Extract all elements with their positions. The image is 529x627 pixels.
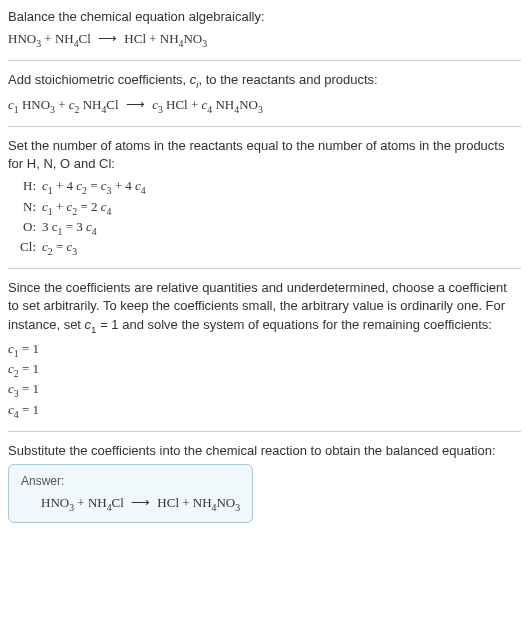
eq: = — [87, 178, 101, 193]
atom-row-h: H: c1 + 4 c2 = c3 + 4 c4 — [8, 177, 521, 197]
val: = 1 — [19, 381, 39, 396]
coef-row: c2 = 1 — [8, 360, 521, 380]
coefficient-equation: c1 HNO3 + c2 NH4Cl ⟶ c3 HCl + c4 NH4NO3 — [8, 96, 521, 116]
species: HCl + NH — [121, 31, 179, 46]
species: + NH — [74, 495, 107, 510]
subscript: 3 — [258, 103, 263, 114]
section-answer: Substitute the coefficients into the che… — [8, 442, 521, 523]
divider — [8, 268, 521, 269]
coef-row: c4 = 1 — [8, 401, 521, 421]
species: NO — [239, 97, 258, 112]
arrow-icon: ⟶ — [126, 96, 145, 114]
instruction-text: Set the number of atoms in the reactants… — [8, 137, 521, 173]
arrow-icon: ⟶ — [98, 30, 117, 48]
section-atom-balance: Set the number of atoms in the reactants… — [8, 137, 521, 258]
equation-body: c2 = c3 — [42, 238, 77, 258]
unbalanced-equation: HNO3 + NH4Cl ⟶ HCl + NH4NO3 — [8, 30, 521, 50]
val: = 1 — [19, 402, 39, 417]
equation-body: c1 + 4 c2 = c3 + 4 c4 — [42, 177, 146, 197]
sub: 4 — [141, 185, 146, 196]
sub: 4 — [107, 205, 112, 216]
coefficient-solutions: c1 = 1 c2 = 1 c3 = 1 c4 = 1 — [8, 340, 521, 421]
section-balance-intro: Balance the chemical equation algebraica… — [8, 8, 521, 50]
answer-box: Answer: HNO3 + NH4Cl ⟶ HCl + NH4NO3 — [8, 464, 253, 523]
instruction-text: Substitute the coefficients into the che… — [8, 442, 521, 460]
eq: = 3 — [62, 219, 86, 234]
arrow-icon: ⟶ — [131, 494, 150, 512]
species: NH — [79, 97, 101, 112]
coef-row: c3 = 1 — [8, 380, 521, 400]
subscript: 3 — [235, 501, 240, 512]
instruction-text: Since the coefficients are relative quan… — [8, 279, 521, 336]
species: Cl — [106, 97, 122, 112]
eq: = 2 — [77, 199, 101, 214]
section-add-coefficients: Add stoichiometric coefficients, ci, to … — [8, 71, 521, 115]
atom-equations: H: c1 + 4 c2 = c3 + 4 c4 N: c1 + c2 = 2 … — [8, 177, 521, 258]
val: = 1 — [19, 361, 39, 376]
atom-row-cl: Cl: c2 = c3 — [8, 238, 521, 258]
species: NO — [216, 495, 235, 510]
species: NO — [183, 31, 202, 46]
eq: = — [53, 239, 67, 254]
species: + NH — [41, 31, 74, 46]
divider — [8, 126, 521, 127]
atom-label: O: — [8, 218, 42, 236]
atom-row-n: N: c1 + c2 = 2 c4 — [8, 198, 521, 218]
balanced-equation: HNO3 + NH4Cl ⟶ HCl + NH4NO3 — [21, 494, 240, 514]
species: NH — [212, 97, 234, 112]
val: = 1 — [19, 341, 39, 356]
section-solve: Since the coefficients are relative quan… — [8, 279, 521, 421]
coef-row: c1 = 1 — [8, 340, 521, 360]
subscript: 3 — [202, 38, 207, 49]
text: + 4 — [53, 178, 77, 193]
atom-label: H: — [8, 177, 42, 195]
species: Cl — [112, 495, 128, 510]
text: + 4 — [111, 178, 135, 193]
species: HNO — [19, 97, 50, 112]
answer-label: Answer: — [21, 473, 240, 490]
instruction-text: Add stoichiometric coefficients, ci, to … — [8, 71, 521, 91]
instruction-text: Balance the chemical equation algebraica… — [8, 8, 521, 26]
text: Add stoichiometric coefficients, — [8, 72, 190, 87]
atom-label: Cl: — [8, 238, 42, 256]
species: HNO — [8, 31, 36, 46]
sub: 3 — [72, 246, 77, 257]
plus: + — [55, 97, 69, 112]
divider — [8, 60, 521, 61]
atom-label: N: — [8, 198, 42, 216]
species: HCl + NH — [154, 495, 212, 510]
equation-body: c1 + c2 = 2 c4 — [42, 198, 111, 218]
atom-row-o: O: 3 c1 = 3 c4 — [8, 218, 521, 238]
text: + — [53, 199, 67, 214]
species: HCl + — [163, 97, 202, 112]
text: 3 c — [42, 219, 58, 234]
divider — [8, 431, 521, 432]
species: Cl — [79, 31, 95, 46]
text: , to the reactants and products: — [199, 72, 378, 87]
species: HNO — [41, 495, 69, 510]
equation-body: 3 c1 = 3 c4 — [42, 218, 97, 238]
sub: 4 — [92, 225, 97, 236]
text: = 1 and solve the system of equations fo… — [97, 317, 492, 332]
